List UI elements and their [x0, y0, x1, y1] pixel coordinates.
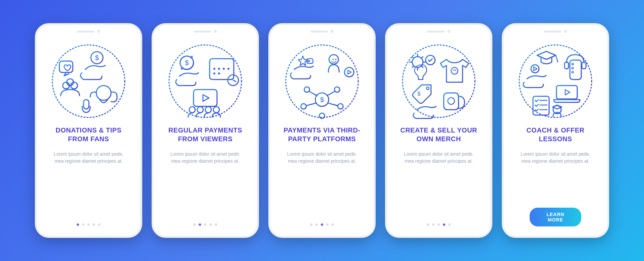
svg-point-54	[426, 87, 429, 90]
svg-point-53	[451, 67, 458, 74]
screen-title: COACH & OFFER LESSONS	[513, 126, 598, 143]
dot-3[interactable]	[204, 223, 207, 226]
dot-4[interactable]	[210, 223, 212, 226]
svg-point-20	[213, 68, 215, 70]
svg-point-60	[531, 65, 539, 73]
phone-notch	[544, 30, 567, 33]
page-indicator	[310, 223, 334, 226]
phone-speaker	[544, 31, 561, 33]
svg-text:$: $	[320, 96, 324, 103]
dot-2[interactable]	[199, 223, 201, 226]
phone-notch	[194, 30, 217, 33]
page-indicator	[77, 223, 101, 226]
screen-title: PAYMENTS VIA THIRD-PARTY PLATFORMS	[279, 126, 365, 143]
screen-description: Lorem ipsum dolor sit amet pede, mea reg…	[46, 151, 131, 165]
svg-line-47	[306, 103, 316, 106]
phone-notch	[427, 30, 450, 33]
svg-point-32	[205, 107, 211, 113]
phone-camera	[97, 30, 100, 33]
svg-line-46	[327, 92, 334, 96]
cta-container: LEARN MORE	[530, 208, 581, 226]
svg-point-37	[344, 67, 354, 77]
learn-more-button[interactable]: LEARN MORE	[530, 208, 581, 226]
svg-point-68	[572, 71, 574, 73]
screen-title: REGULAR PAYMENTS FROM VIEWERS	[162, 126, 248, 143]
phone-speaker	[427, 31, 445, 33]
coach-icon	[517, 43, 594, 120]
svg-point-42	[301, 104, 306, 109]
phone-camera	[214, 30, 217, 33]
merch-icon: $	[400, 43, 477, 120]
svg-point-64	[572, 63, 574, 65]
svg-text:$: $	[418, 91, 421, 97]
svg-point-33	[213, 107, 219, 113]
donations-icon: $	[50, 43, 127, 120]
onboarding-row: $	[35, 23, 609, 238]
dot-4[interactable]	[443, 223, 445, 226]
dot-1[interactable]	[310, 223, 313, 226]
onboarding-screen-1: $	[35, 23, 142, 238]
onboarding-screen-5: COACH & OFFER LESSONS Lorem ipsum dolor …	[502, 23, 609, 238]
svg-rect-56	[444, 93, 459, 110]
svg-point-44	[319, 113, 325, 118]
phone-camera	[564, 30, 567, 33]
svg-rect-63	[570, 60, 581, 80]
svg-rect-29	[194, 90, 217, 106]
svg-text:$: $	[95, 54, 99, 61]
phone-notch	[77, 30, 100, 33]
svg-point-25	[218, 72, 220, 74]
onboarding-screen-4: $ CREATE & SELL YOUR OWN MERCH Lorem ips…	[385, 23, 492, 238]
svg-point-50	[402, 45, 475, 117]
svg-text:$: $	[185, 59, 189, 66]
dot-4[interactable]	[326, 223, 329, 226]
screen-title: DONATIONS & TIPS FROM FANS	[46, 126, 131, 143]
phone-speaker	[311, 31, 328, 33]
regular-payments-icon: $	[167, 43, 244, 120]
svg-line-59	[556, 55, 558, 62]
dot-2[interactable]	[432, 223, 435, 226]
svg-point-40	[304, 87, 310, 92]
svg-point-66	[572, 67, 574, 69]
screen-description: Lorem ipsum dolor sit amet pede, mea reg…	[513, 151, 598, 165]
svg-rect-8	[84, 100, 89, 109]
screen-description: Lorem ipsum dolor sit amet pede, mea reg…	[162, 151, 248, 165]
dot-5[interactable]	[98, 223, 101, 226]
dot-3[interactable]	[88, 223, 90, 226]
svg-rect-70	[556, 86, 577, 99]
dot-1[interactable]	[77, 223, 79, 226]
dot-1[interactable]	[427, 223, 429, 226]
dot-2[interactable]	[82, 223, 85, 226]
svg-line-45	[310, 92, 317, 96]
dot-1[interactable]	[194, 223, 196, 226]
svg-point-43	[338, 104, 343, 109]
dot-2[interactable]	[316, 223, 318, 226]
dot-5[interactable]	[448, 223, 451, 226]
dot-5[interactable]	[332, 223, 334, 226]
phone-camera	[331, 30, 334, 33]
phone-speaker	[77, 31, 95, 33]
svg-point-21	[218, 68, 220, 70]
svg-point-7	[96, 86, 111, 100]
svg-point-23	[227, 68, 229, 70]
phone-camera	[447, 30, 450, 33]
svg-point-22	[223, 68, 225, 70]
svg-point-31	[197, 107, 203, 113]
svg-point-30	[189, 107, 195, 113]
phone-speaker	[194, 31, 211, 33]
screen-description: Lorem ipsum dolor sit amet pede, mea reg…	[279, 151, 365, 165]
third-party-icon: $	[283, 43, 361, 120]
dot-4[interactable]	[93, 223, 95, 226]
svg-point-24	[213, 72, 215, 74]
svg-rect-16	[210, 59, 234, 80]
dot-3[interactable]	[321, 223, 323, 226]
onboarding-screen-2: $	[152, 23, 259, 238]
svg-point-57	[448, 98, 454, 104]
screen-title: CREATE & SELL YOUR OWN MERCH	[396, 126, 482, 143]
svg-point-41	[334, 87, 340, 92]
phone-notch	[311, 30, 334, 33]
dot-3[interactable]	[438, 223, 440, 226]
screen-description: Lorem ipsum dolor sit amet pede, mea reg…	[396, 151, 482, 165]
svg-line-48	[328, 103, 338, 106]
page-indicator	[194, 223, 217, 226]
dot-5[interactable]	[215, 223, 217, 226]
